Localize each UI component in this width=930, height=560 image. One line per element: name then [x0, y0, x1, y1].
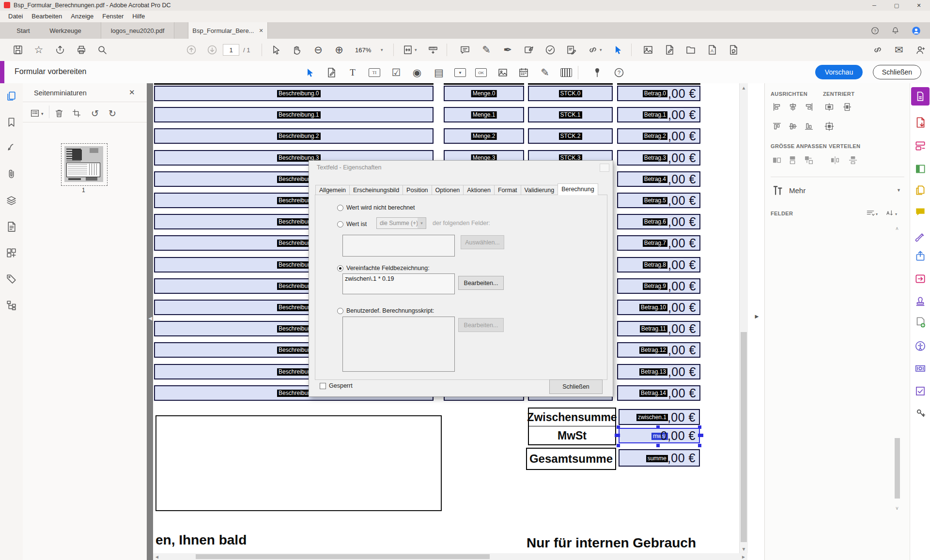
sort-alpha-icon[interactable] — [885, 208, 895, 218]
organize-pages-tool-icon[interactable] — [914, 139, 927, 152]
structure-icon[interactable] — [5, 299, 17, 311]
betrag-field[interactable]: Betrag.8,00 € — [617, 257, 700, 272]
signatures-icon[interactable] — [5, 142, 17, 154]
send-track-tool-icon[interactable] — [914, 272, 927, 285]
crop-icon[interactable] — [71, 108, 82, 119]
text-area-field-icon[interactable]: TI — [369, 68, 380, 77]
edit-script-button[interactable]: Bearbeiten... — [458, 318, 504, 332]
fields-scroll-down-icon[interactable]: ˅ — [894, 505, 900, 511]
fill-sign-icon[interactable]: ✒ — [502, 44, 513, 56]
combine-files-tool-icon[interactable] — [914, 184, 927, 197]
align-top-icon[interactable] — [772, 121, 782, 132]
selection-handle[interactable] — [617, 444, 620, 447]
betrag-field[interactable]: Betrag.10,00 € — [617, 300, 700, 315]
horizontal-scrollbar[interactable]: ◄ ► — [153, 553, 747, 560]
fields-scroll-up-icon[interactable]: ˄ — [894, 226, 900, 231]
dialog-tab-allgemein[interactable]: Allgemein — [315, 185, 350, 195]
create-pdf-tool-icon[interactable] — [914, 163, 927, 175]
close-form-button[interactable]: Schließen — [873, 65, 921, 79]
toolbar-edit-icon[interactable] — [427, 44, 439, 56]
help-icon[interactable]: ? — [870, 26, 880, 35]
menge-field[interactable]: Menge.1 — [444, 107, 524, 122]
dialog-tab-erscheinungsbild[interactable]: Erscheinungsbild — [349, 185, 403, 195]
radio-not-calculated[interactable]: Wert wird nicht berechnet — [337, 204, 415, 211]
align-right-icon[interactable] — [804, 102, 814, 112]
menge-field[interactable]: Menge.0 — [444, 86, 524, 101]
save-icon[interactable] — [12, 44, 24, 56]
send-sign-icon[interactable] — [523, 44, 535, 56]
sort-alpha-caret-icon[interactable]: ▾ — [895, 212, 897, 216]
fill-sign-tool-tool-icon[interactable] — [914, 231, 927, 244]
radio-custom-script[interactable]: Benutzerdef. Berechnungsskript: — [337, 307, 434, 314]
export-doc-icon[interactable]: A — [706, 44, 718, 56]
beschreibung-field[interactable]: Beschreibung.1 — [154, 107, 434, 122]
betrag-field[interactable]: Betrag.0,00 € — [617, 86, 700, 101]
selection-handle[interactable] — [615, 434, 618, 437]
tab-close-icon[interactable]: ✕ — [259, 28, 263, 34]
page-up-icon[interactable] — [186, 44, 197, 56]
horizontal-scrollbar-thumb[interactable] — [196, 554, 490, 559]
rotate-left-icon[interactable]: ↺ — [90, 108, 100, 119]
mail-icon[interactable]: ✉ — [893, 44, 905, 56]
bookmarks-icon[interactable] — [5, 116, 17, 128]
rich-media-tool-icon[interactable] — [914, 362, 927, 375]
tab-start[interactable]: Start — [8, 22, 39, 39]
menu-anzeige[interactable]: Anzeige — [66, 11, 98, 22]
formula-input[interactable]: zwischen\.1 * 0.19 — [342, 273, 455, 294]
content-icon[interactable] — [5, 221, 17, 233]
minimize-button[interactable]: ─ — [863, 0, 885, 11]
form-edit-doc-icon[interactable] — [326, 67, 337, 78]
image-field-icon[interactable] — [497, 67, 509, 78]
dialog-close-action-button[interactable]: Schließen — [549, 379, 603, 394]
size-both-icon[interactable] — [804, 155, 814, 166]
center-h-icon[interactable] — [824, 102, 835, 112]
page-thumbnail[interactable] — [61, 143, 108, 186]
fit-width-icon[interactable] — [402, 44, 414, 56]
menu-hilfe[interactable]: Hilfe — [128, 11, 149, 22]
checkbox-field-icon[interactable]: ☑ — [390, 67, 402, 78]
text-field-icon[interactable]: T — [347, 67, 358, 78]
distribute-h-icon[interactable] — [830, 155, 840, 166]
dialog-close-button[interactable] — [600, 164, 609, 172]
beschreibung-field[interactable]: Beschreibung.2 — [154, 128, 434, 144]
link-icon[interactable] — [587, 44, 599, 56]
thumbnail-options-caret-icon[interactable]: ▾ — [41, 111, 44, 116]
align-vmiddle-icon[interactable] — [788, 121, 798, 132]
action-doc-icon[interactable] — [728, 44, 739, 56]
summary-field-mwst[interactable]: mwst0,00 € — [619, 428, 700, 443]
betrag-field[interactable]: Betrag.3,00 € — [617, 150, 700, 166]
layers-icon[interactable] — [5, 195, 17, 207]
dialog-tab-position[interactable]: Position — [403, 185, 432, 195]
barcode-field-icon[interactable] — [560, 68, 572, 77]
preview-button[interactable]: Vorschau — [815, 65, 863, 79]
stamp-tool-icon[interactable] — [914, 295, 927, 308]
highlight-icon[interactable]: ✎ — [480, 44, 492, 56]
comment-tool-tool-icon[interactable] — [914, 206, 927, 218]
selection-handle[interactable] — [617, 425, 620, 429]
menu-bearbeiten[interactable]: Bearbeiten — [27, 11, 66, 22]
person-add-icon[interactable] — [914, 44, 926, 56]
dropdown-field-icon[interactable]: ▼ — [454, 68, 466, 77]
tab-bsp-formular-bere-[interactable]: Bsp_Formular_Bere...✕ — [188, 22, 268, 39]
rotate-right-icon[interactable]: ↻ — [107, 108, 118, 119]
order-icon[interactable] — [5, 247, 17, 259]
sort-order-icon[interactable] — [866, 208, 875, 218]
betrag-field[interactable]: Betrag.4,00 € — [617, 171, 700, 187]
tab-logos-neu2020-pdf[interactable]: logos_neu2020.pdf — [101, 22, 174, 39]
vertical-scrollbar[interactable]: ▲ ▼ — [739, 83, 748, 553]
page-down-icon[interactable] — [206, 44, 218, 56]
select-icon[interactable] — [270, 44, 282, 56]
print-icon[interactable] — [76, 44, 87, 56]
link-caret-icon[interactable]: ▾ — [600, 47, 602, 52]
collapse-left-panel-icon[interactable]: ◄ — [147, 315, 154, 322]
mehr-tools-icon[interactable] — [772, 184, 784, 197]
pointer-blue-icon[interactable] — [612, 44, 624, 56]
dialog-tab-optionen[interactable]: Optionen — [432, 185, 464, 195]
stck-field[interactable]: STCK.1 — [528, 107, 613, 122]
locked-checkbox[interactable]: Gesperrt — [320, 382, 353, 389]
trash-icon[interactable] — [54, 108, 64, 119]
restore-button[interactable]: ▢ — [885, 0, 908, 11]
sort-order-caret-icon[interactable]: ▾ — [876, 212, 878, 216]
page-thumbnails-icon[interactable] — [5, 90, 17, 102]
thumbnail-options-icon[interactable] — [30, 108, 40, 119]
